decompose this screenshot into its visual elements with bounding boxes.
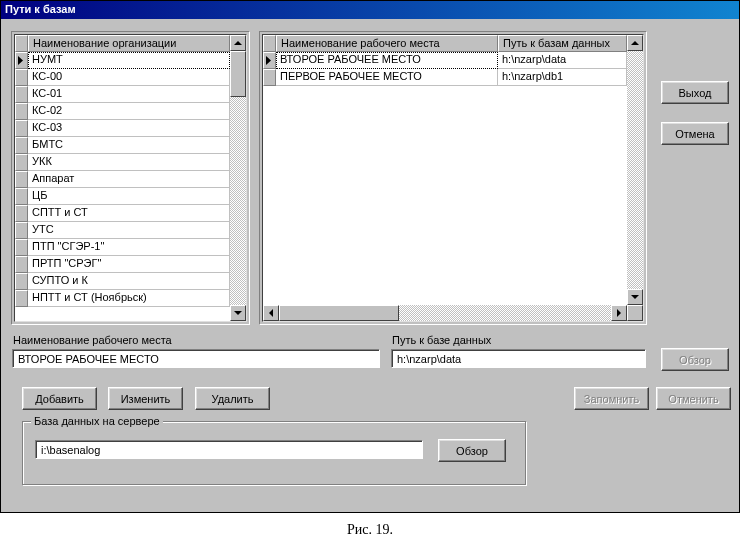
org-row[interactable]: УКК: [15, 154, 230, 171]
save-button[interactable]: Запомнить: [574, 387, 649, 410]
db-path-input[interactable]: h:\nzarp\data: [391, 349, 646, 368]
browse-button[interactable]: Обзор: [661, 348, 729, 371]
org-cell[interactable]: СПТТ и СТ: [28, 205, 230, 222]
svg-marker-1: [266, 56, 271, 65]
org-cell[interactable]: КС-00: [28, 69, 230, 86]
org-row[interactable]: КС-03: [15, 120, 230, 137]
org-grid-container: Наименование организации НУМТ КС-00 КС-0…: [11, 31, 250, 325]
window-title: Пути к базам: [5, 3, 76, 15]
org-row[interactable]: ПРТП "СРЭГ": [15, 256, 230, 273]
org-cell[interactable]: ЦБ: [28, 188, 230, 205]
delete-button[interactable]: Удалить: [195, 387, 270, 410]
org-row[interactable]: КС-02: [15, 103, 230, 120]
scroll-right-icon[interactable]: [611, 305, 627, 321]
wp-grid-header-name[interactable]: Наименование рабочего места: [276, 35, 498, 52]
row-indicator-icon: [263, 52, 276, 69]
server-db-groupbox: База данных на сервере i:\basenalog Обзо…: [22, 421, 527, 486]
revert-button[interactable]: Отменить: [656, 387, 731, 410]
org-row[interactable]: УТС: [15, 222, 230, 239]
server-db-groupbox-label: База данных на сервере: [31, 415, 163, 427]
org-cell[interactable]: ПТП "СГЭР-1": [28, 239, 230, 256]
cancel-button[interactable]: Отмена: [661, 122, 729, 145]
org-row[interactable]: Аппарат: [15, 171, 230, 188]
org-cell[interactable]: КС-01: [28, 86, 230, 103]
org-row[interactable]: НУМТ: [15, 52, 230, 69]
scroll-up-icon[interactable]: [627, 35, 643, 51]
org-cell[interactable]: УКК: [28, 154, 230, 171]
workplace-name-input[interactable]: ВТОРОЕ РАБОЧЕЕ МЕСТО: [12, 349, 380, 368]
exit-button[interactable]: Выход: [661, 81, 729, 104]
svg-marker-0: [18, 56, 23, 65]
scroll-corner: [627, 305, 643, 321]
edit-button[interactable]: Изменить: [108, 387, 183, 410]
org-cell[interactable]: КС-02: [28, 103, 230, 120]
org-row[interactable]: СУПТО и К: [15, 273, 230, 290]
org-row[interactable]: ПТП "СГЭР-1": [15, 239, 230, 256]
org-cell[interactable]: НУМТ: [28, 52, 230, 69]
scroll-left-icon[interactable]: [263, 305, 279, 321]
org-cell[interactable]: ПРТП "СРЭГ": [28, 256, 230, 273]
workplace-grid-container: Наименование рабочего места Путь к базам…: [259, 31, 647, 325]
wp-grid-corner: [263, 35, 276, 52]
org-cell[interactable]: БМТС: [28, 137, 230, 154]
add-button[interactable]: Добавить: [22, 387, 97, 410]
org-row[interactable]: КС-00: [15, 69, 230, 86]
wp-cell-path[interactable]: h:\nzarp\db1: [498, 69, 627, 86]
org-row[interactable]: КС-01: [15, 86, 230, 103]
org-row[interactable]: СПТТ и СТ: [15, 205, 230, 222]
db-path-label: Путь к базе данных: [392, 334, 491, 346]
scroll-up-icon[interactable]: [230, 35, 246, 51]
server-db-input[interactable]: i:\basenalog: [35, 440, 423, 459]
wp-cell-name[interactable]: ВТОРОЕ РАБОЧЕЕ МЕСТО: [276, 52, 498, 69]
org-grid-scrollbar[interactable]: [230, 35, 246, 321]
org-cell[interactable]: НПТТ и СТ (Ноябрьск): [28, 290, 230, 307]
titlebar: Пути к базам: [1, 1, 739, 19]
wp-cell-name[interactable]: ПЕРВОЕ РАБОЧЕЕ МЕСТО: [276, 69, 498, 86]
window: Пути к базам Наименование организации НУ…: [0, 0, 740, 513]
org-cell[interactable]: КС-03: [28, 120, 230, 137]
org-cell[interactable]: Аппарат: [28, 171, 230, 188]
org-row[interactable]: НПТТ и СТ (Ноябрьск): [15, 290, 230, 307]
row-indicator-icon: [15, 52, 28, 69]
figure-caption: Рис. 19.: [0, 522, 740, 538]
wp-grid-hscroll[interactable]: [263, 305, 627, 321]
org-cell[interactable]: СУПТО и К: [28, 273, 230, 290]
org-grid-header[interactable]: Наименование организации: [28, 35, 230, 52]
wp-cell-path[interactable]: h:\nzarp\data: [498, 52, 627, 69]
scroll-down-icon[interactable]: [230, 305, 246, 321]
wp-grid-vscroll[interactable]: [627, 35, 643, 305]
org-row[interactable]: БМТС: [15, 137, 230, 154]
workplace-name-label: Наименование рабочего места: [13, 334, 172, 346]
org-row[interactable]: ЦБ: [15, 188, 230, 205]
wp-grid-header-path[interactable]: Путь к базам данных: [498, 35, 627, 52]
wp-row[interactable]: ВТОРОЕ РАБОЧЕЕ МЕСТО h:\nzarp\data: [263, 52, 627, 69]
server-browse-button[interactable]: Обзор: [438, 439, 506, 462]
scroll-down-icon[interactable]: [627, 289, 643, 305]
wp-row[interactable]: ПЕРВОЕ РАБОЧЕЕ МЕСТО h:\nzarp\db1: [263, 69, 627, 86]
org-cell[interactable]: УТС: [28, 222, 230, 239]
org-grid-corner: [15, 35, 28, 52]
